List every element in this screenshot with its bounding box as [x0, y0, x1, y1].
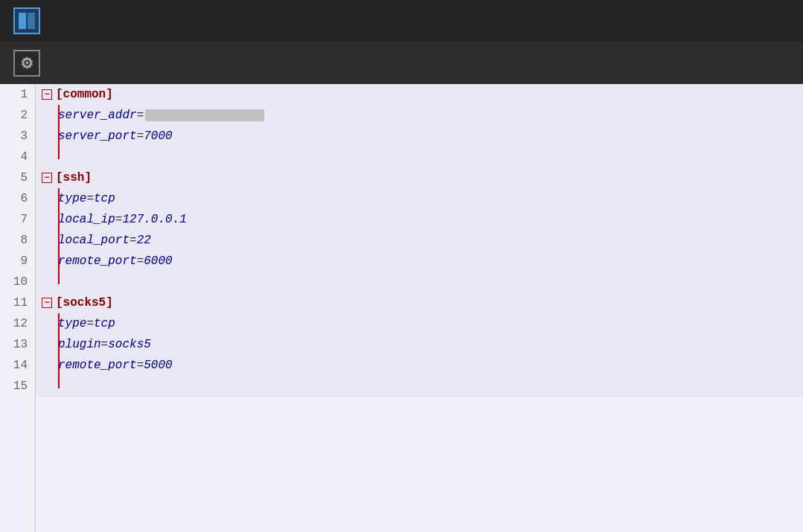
line-number-3: 3 [0, 126, 35, 147]
key-remote_port-14: remote_port [58, 355, 137, 376]
key-type-6: type [58, 188, 86, 209]
code-line-3: server_port = 7000 [36, 126, 803, 147]
code-line-12: type = tcp [36, 313, 803, 334]
collapse-btn-socks5[interactable]: − [42, 298, 52, 308]
line-number-11: 11 [0, 292, 35, 313]
key-server_port-3: server_port [58, 126, 137, 147]
val-9: 6000 [144, 251, 172, 272]
file-item-ini[interactable] [0, 42, 803, 84]
bracket-bar-end-15 [58, 376, 60, 388]
line-numbers: 123456789101112131415 [0, 84, 36, 532]
code-editor: 123456789101112131415 −[common]server_ad… [0, 84, 803, 532]
key-local_port-8: local_port [58, 230, 129, 251]
line-number-10: 10 [0, 272, 35, 292]
line-number-5: 5 [0, 167, 35, 188]
code-content: −[common]server_addr = server_port = 700… [36, 84, 803, 532]
code-line-15 [36, 376, 803, 397]
code-line-11: −[socks5] [36, 292, 803, 313]
section-label-ssh: [ssh] [56, 167, 92, 188]
section-label-common: [common] [56, 84, 113, 105]
val-3: 7000 [144, 126, 172, 147]
collapse-btn-common[interactable]: − [42, 89, 52, 100]
code-line-5: −[ssh] [36, 167, 803, 188]
code-line-13: plugin = socks5 [36, 334, 803, 355]
section-label-socks5: [socks5] [56, 292, 113, 313]
key-remote_port-9: remote_port [58, 251, 137, 272]
line-number-14: 14 [0, 355, 35, 376]
line-number-9: 9 [0, 251, 35, 272]
bracket-bar-end-4 [58, 147, 60, 159]
code-line-4 [36, 147, 803, 167]
line-number-2: 2 [0, 105, 35, 126]
code-line-8: local_port = 22 [36, 230, 803, 251]
redacted-value-2 [145, 109, 264, 121]
file-item-exe[interactable] [0, 0, 803, 42]
val-8: 22 [137, 230, 151, 251]
key-local_ip-7: local_ip [58, 209, 115, 230]
line-number-8: 8 [0, 230, 35, 251]
code-line-10 [36, 272, 803, 292]
ini-icon [13, 50, 40, 77]
line-number-6: 6 [0, 188, 35, 209]
line-number-12: 12 [0, 313, 35, 334]
line-number-1: 1 [0, 84, 35, 105]
line-number-13: 13 [0, 334, 35, 355]
file-explorer [0, 0, 803, 84]
collapse-btn-ssh[interactable]: − [42, 173, 52, 183]
line-number-7: 7 [0, 209, 35, 230]
val-6: tcp [94, 188, 115, 209]
line-number-15: 15 [0, 376, 35, 397]
val-13: socks5 [108, 334, 151, 355]
code-line-14: remote_port = 5000 [36, 355, 803, 376]
key-server_addr-2: server_addr [58, 105, 137, 126]
key-type-12: type [58, 313, 86, 334]
val-7: 127.0.0.1 [122, 209, 186, 230]
code-line-1: −[common] [36, 84, 803, 105]
val-14: 5000 [144, 355, 172, 376]
code-line-2: server_addr = [36, 105, 803, 126]
exe-icon [13, 7, 40, 34]
code-line-9: remote_port = 6000 [36, 251, 803, 272]
bracket-bar-end-10 [58, 272, 60, 284]
code-line-7: local_ip = 127.0.0.1 [36, 209, 803, 230]
key-plugin-13: plugin [58, 334, 101, 355]
line-number-4: 4 [0, 147, 35, 167]
code-line-6: type = tcp [36, 188, 803, 209]
val-12: tcp [94, 313, 115, 334]
